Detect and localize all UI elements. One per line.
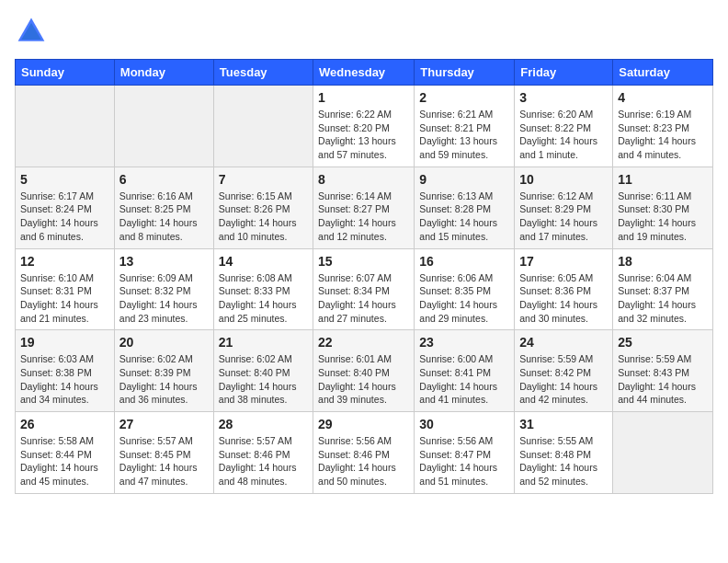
- calendar-cell: 31Sunrise: 5:55 AMSunset: 8:48 PMDayligh…: [515, 412, 613, 494]
- calendar-cell: 22Sunrise: 6:01 AMSunset: 8:40 PMDayligh…: [313, 330, 415, 412]
- calendar-cell: 4Sunrise: 6:19 AMSunset: 8:23 PMDaylight…: [613, 86, 713, 167]
- calendar-cell: [16, 86, 115, 167]
- col-header-wednesday: Wednesday: [313, 60, 415, 86]
- cell-info: Sunrise: 6:19 AMSunset: 8:23 PMDaylight:…: [618, 108, 708, 162]
- calendar-cell: 3Sunrise: 6:20 AMSunset: 8:22 PMDaylight…: [515, 86, 613, 167]
- header-row: SundayMondayTuesdayWednesdayThursdayFrid…: [16, 60, 713, 86]
- calendar-cell: 19Sunrise: 6:03 AMSunset: 8:38 PMDayligh…: [16, 330, 115, 412]
- calendar-cell: 11Sunrise: 6:11 AMSunset: 8:30 PMDayligh…: [613, 167, 713, 248]
- cell-info: Sunrise: 6:02 AMSunset: 8:39 PMDaylight:…: [119, 352, 209, 407]
- cell-info: Sunrise: 6:15 AMSunset: 8:26 PMDaylight:…: [219, 190, 308, 244]
- day-number: 1: [318, 90, 409, 105]
- day-number: 5: [20, 172, 109, 187]
- cell-info: Sunrise: 6:02 AMSunset: 8:40 PMDaylight:…: [219, 352, 308, 407]
- calendar-cell: 25Sunrise: 5:59 AMSunset: 8:43 PMDayligh…: [613, 330, 713, 412]
- calendar-cell: 1Sunrise: 6:22 AMSunset: 8:20 PMDaylight…: [313, 86, 415, 167]
- col-header-thursday: Thursday: [415, 60, 515, 86]
- cell-info: Sunrise: 5:58 AMSunset: 8:44 PMDaylight:…: [20, 434, 109, 488]
- calendar-cell: 8Sunrise: 6:14 AMSunset: 8:27 PMDaylight…: [313, 167, 415, 248]
- day-number: 8: [318, 172, 409, 187]
- cell-info: Sunrise: 6:00 AMSunset: 8:41 PMDaylight:…: [419, 352, 509, 407]
- cell-info: Sunrise: 6:13 AMSunset: 8:28 PMDaylight:…: [419, 190, 509, 244]
- logo: [15, 15, 53, 48]
- day-number: 24: [519, 335, 608, 350]
- calendar-cell: 7Sunrise: 6:15 AMSunset: 8:26 PMDaylight…: [213, 167, 313, 248]
- day-number: 9: [419, 172, 509, 187]
- day-number: 29: [318, 417, 409, 431]
- calendar-cell: 27Sunrise: 5:57 AMSunset: 8:45 PMDayligh…: [114, 412, 213, 494]
- cell-info: Sunrise: 6:04 AMSunset: 8:37 PMDaylight:…: [618, 271, 708, 326]
- calendar-cell: 9Sunrise: 6:13 AMSunset: 8:28 PMDaylight…: [415, 167, 515, 248]
- col-header-saturday: Saturday: [613, 60, 713, 86]
- day-number: 21: [219, 335, 308, 350]
- calendar-cell: 29Sunrise: 5:56 AMSunset: 8:46 PMDayligh…: [313, 412, 415, 494]
- day-number: 17: [519, 254, 608, 269]
- day-number: 6: [119, 172, 209, 187]
- day-number: 4: [618, 90, 708, 105]
- cell-info: Sunrise: 6:05 AMSunset: 8:36 PMDaylight:…: [519, 271, 608, 326]
- calendar-cell: 24Sunrise: 5:59 AMSunset: 8:42 PMDayligh…: [515, 330, 613, 412]
- day-number: 13: [119, 254, 209, 269]
- day-number: 11: [618, 172, 708, 187]
- cell-info: Sunrise: 5:56 AMSunset: 8:46 PMDaylight:…: [318, 434, 409, 488]
- calendar-cell: [114, 86, 213, 167]
- day-number: 25: [618, 335, 708, 350]
- calendar-cell: 16Sunrise: 6:06 AMSunset: 8:35 PMDayligh…: [415, 248, 515, 330]
- day-number: 19: [20, 335, 109, 350]
- col-header-friday: Friday: [515, 60, 613, 86]
- calendar-cell: 2Sunrise: 6:21 AMSunset: 8:21 PMDaylight…: [415, 86, 515, 167]
- day-number: 14: [219, 254, 308, 269]
- calendar-cell: 26Sunrise: 5:58 AMSunset: 8:44 PMDayligh…: [16, 412, 115, 494]
- day-number: 10: [519, 172, 608, 187]
- week-row-1: 5Sunrise: 6:17 AMSunset: 8:24 PMDaylight…: [16, 167, 713, 248]
- calendar-cell: 17Sunrise: 6:05 AMSunset: 8:36 PMDayligh…: [515, 248, 613, 330]
- day-number: 20: [119, 335, 209, 350]
- calendar-cell: 21Sunrise: 6:02 AMSunset: 8:40 PMDayligh…: [213, 330, 313, 412]
- day-number: 15: [318, 254, 409, 269]
- cell-info: Sunrise: 6:06 AMSunset: 8:35 PMDaylight:…: [419, 271, 509, 326]
- col-header-monday: Monday: [114, 60, 213, 86]
- calendar-cell: 10Sunrise: 6:12 AMSunset: 8:29 PMDayligh…: [515, 167, 613, 248]
- week-row-3: 19Sunrise: 6:03 AMSunset: 8:38 PMDayligh…: [16, 330, 713, 412]
- calendar-cell: 28Sunrise: 5:57 AMSunset: 8:46 PMDayligh…: [213, 412, 313, 494]
- calendar-cell: 30Sunrise: 5:56 AMSunset: 8:47 PMDayligh…: [415, 412, 515, 494]
- cell-info: Sunrise: 6:20 AMSunset: 8:22 PMDaylight:…: [519, 108, 608, 162]
- cell-info: Sunrise: 6:01 AMSunset: 8:40 PMDaylight:…: [318, 352, 409, 407]
- cell-info: Sunrise: 6:07 AMSunset: 8:34 PMDaylight:…: [318, 271, 409, 326]
- cell-info: Sunrise: 5:59 AMSunset: 8:42 PMDaylight:…: [519, 352, 608, 407]
- cell-info: Sunrise: 5:56 AMSunset: 8:47 PMDaylight:…: [419, 434, 509, 488]
- day-number: 31: [519, 417, 608, 431]
- col-header-tuesday: Tuesday: [213, 60, 313, 86]
- cell-info: Sunrise: 6:09 AMSunset: 8:32 PMDaylight:…: [119, 271, 209, 326]
- page-header: [15, 15, 713, 48]
- cell-info: Sunrise: 6:12 AMSunset: 8:29 PMDaylight:…: [519, 190, 608, 244]
- week-row-2: 12Sunrise: 6:10 AMSunset: 8:31 PMDayligh…: [16, 248, 713, 330]
- day-number: 7: [219, 172, 308, 187]
- cell-info: Sunrise: 6:14 AMSunset: 8:27 PMDaylight:…: [318, 190, 409, 244]
- cell-info: Sunrise: 6:22 AMSunset: 8:20 PMDaylight:…: [318, 108, 409, 162]
- cell-info: Sunrise: 6:21 AMSunset: 8:21 PMDaylight:…: [419, 108, 509, 162]
- calendar-cell: 13Sunrise: 6:09 AMSunset: 8:32 PMDayligh…: [114, 248, 213, 330]
- day-number: 30: [419, 417, 509, 431]
- cell-info: Sunrise: 5:57 AMSunset: 8:45 PMDaylight:…: [119, 434, 209, 488]
- day-number: 18: [618, 254, 708, 269]
- cell-info: Sunrise: 6:17 AMSunset: 8:24 PMDaylight:…: [20, 190, 109, 244]
- cell-info: Sunrise: 5:59 AMSunset: 8:43 PMDaylight:…: [618, 352, 708, 407]
- day-number: 23: [419, 335, 509, 350]
- cell-info: Sunrise: 5:55 AMSunset: 8:48 PMDaylight:…: [519, 434, 608, 488]
- day-number: 28: [219, 417, 308, 431]
- calendar-cell: 20Sunrise: 6:02 AMSunset: 8:39 PMDayligh…: [114, 330, 213, 412]
- cell-info: Sunrise: 6:16 AMSunset: 8:25 PMDaylight:…: [119, 190, 209, 244]
- cell-info: Sunrise: 6:08 AMSunset: 8:33 PMDaylight:…: [219, 271, 308, 326]
- day-number: 22: [318, 335, 409, 350]
- calendar-cell: 15Sunrise: 6:07 AMSunset: 8:34 PMDayligh…: [313, 248, 415, 330]
- calendar-cell: [613, 412, 713, 494]
- day-number: 12: [20, 254, 109, 269]
- day-number: 26: [20, 417, 109, 431]
- week-row-0: 1Sunrise: 6:22 AMSunset: 8:20 PMDaylight…: [16, 86, 713, 167]
- calendar-cell: [213, 86, 313, 167]
- cell-info: Sunrise: 5:57 AMSunset: 8:46 PMDaylight:…: [219, 434, 308, 488]
- week-row-4: 26Sunrise: 5:58 AMSunset: 8:44 PMDayligh…: [16, 412, 713, 494]
- calendar-cell: 5Sunrise: 6:17 AMSunset: 8:24 PMDaylight…: [16, 167, 115, 248]
- day-number: 27: [119, 417, 209, 431]
